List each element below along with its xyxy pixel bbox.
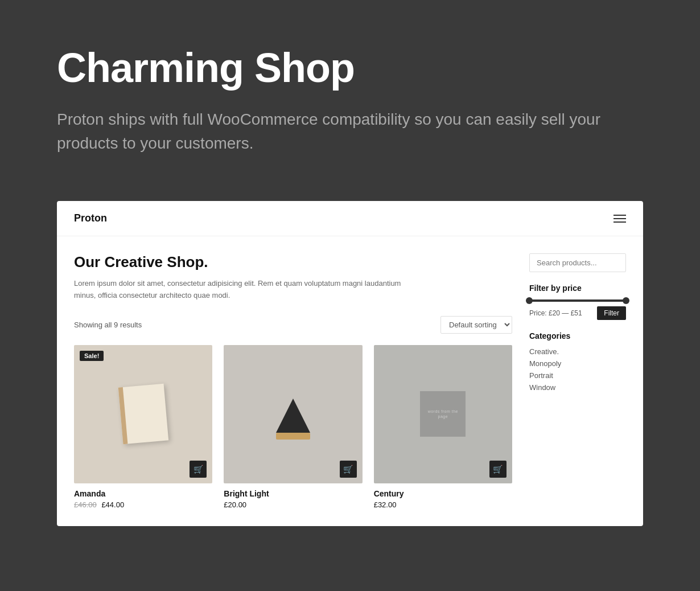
- hero-subtitle: Proton ships with full WooCommerce compa…: [57, 108, 615, 155]
- sort-select[interactable]: Default sorting: [440, 316, 512, 334]
- product-card-amanda[interactable]: Sale! 🛒 Amanda £46.00 £44.00: [74, 345, 212, 509]
- add-to-cart-bright-light[interactable]: 🛒: [340, 461, 357, 478]
- hero-title: Charming Shop: [57, 46, 643, 91]
- hamburger-line-3: [613, 221, 626, 223]
- price-slider-track[interactable]: [529, 299, 626, 302]
- product-image-amanda: Sale! 🛒: [74, 345, 212, 483]
- shop-sidebar: Filter by price Price: £20 — £51 Filter …: [512, 253, 626, 509]
- categories-section: Categories Creative. Monopoly Portrait W…: [529, 331, 626, 392]
- categories-label: Categories: [529, 331, 626, 340]
- product-name-century: Century: [374, 489, 512, 498]
- shop-content: Our Creative Shop. Lorem ipsum dolor sit…: [57, 236, 643, 526]
- product-price-bright-light: £20.00: [224, 500, 362, 509]
- add-to-cart-amanda[interactable]: 🛒: [190, 461, 207, 478]
- new-price-amanda: £44.00: [101, 500, 124, 509]
- filter-button[interactable]: Filter: [597, 306, 626, 320]
- price-filter-bottom: Price: £20 — £51 Filter: [529, 306, 626, 320]
- category-window[interactable]: Window: [529, 383, 626, 392]
- sculpture-base: [276, 433, 310, 440]
- price-century: £32.00: [374, 500, 397, 509]
- products-grid: Sale! 🛒 Amanda £46.00 £44.00: [74, 345, 512, 509]
- shop-frame: Proton Our Creative Shop. Lorem ipsum do…: [57, 201, 643, 526]
- product-card-bright-light[interactable]: 🛒 Bright Light £20.00: [224, 345, 362, 509]
- price-slider-handle-left[interactable]: [526, 297, 533, 304]
- book-illustration: [118, 384, 168, 445]
- shop-description: Lorem ipsum dolor sit amet, consectetur …: [74, 278, 404, 302]
- shop-heading: Our Creative Shop.: [74, 253, 512, 271]
- category-portrait[interactable]: Portrait: [529, 371, 626, 380]
- hamburger-line-2: [613, 218, 626, 219]
- hamburger-line-1: [613, 215, 626, 216]
- add-to-cart-century[interactable]: 🛒: [489, 461, 507, 478]
- shop-main: Our Creative Shop. Lorem ipsum dolor sit…: [74, 253, 512, 509]
- product-card-century[interactable]: words from the page 🛒 Century £32.00: [374, 345, 512, 509]
- product-name-amanda: Amanda: [74, 489, 212, 498]
- hero-section: Charming Shop Proton ships with full Woo…: [0, 0, 700, 190]
- price-slider-handle-right[interactable]: [623, 297, 629, 304]
- product-image-century: words from the page 🛒: [374, 345, 512, 483]
- old-price-amanda: £46.00: [74, 500, 97, 509]
- hamburger-icon[interactable]: [613, 215, 626, 223]
- category-creative[interactable]: Creative.: [529, 347, 626, 356]
- product-name-bright-light: Bright Light: [224, 489, 362, 498]
- results-count: Showing all 9 results: [74, 321, 142, 329]
- price-bright-light: £20.00: [224, 500, 246, 509]
- square-illustration: words from the page: [420, 391, 466, 437]
- price-filter-section: Filter by price Price: £20 — £51 Filter: [529, 284, 626, 320]
- sale-badge-amanda: Sale!: [80, 351, 104, 361]
- inner-nav: Proton: [57, 201, 643, 236]
- product-image-bright-light: 🛒: [224, 345, 362, 483]
- price-slider-fill: [529, 299, 626, 302]
- category-monopoly[interactable]: Monopoly: [529, 359, 626, 368]
- site-logo: Proton: [74, 212, 107, 224]
- product-price-century: £32.00: [374, 500, 512, 509]
- sculpture-illustration: [270, 388, 316, 440]
- square-text: words from the page: [420, 407, 466, 422]
- sculpture-triangle: [276, 399, 310, 433]
- shop-toolbar: Showing all 9 results Default sorting: [74, 316, 512, 334]
- price-range-text: Price: £20 — £51: [529, 309, 582, 317]
- product-price-amanda: £46.00 £44.00: [74, 500, 212, 509]
- search-input[interactable]: [529, 253, 626, 272]
- filter-by-price-label: Filter by price: [529, 284, 626, 293]
